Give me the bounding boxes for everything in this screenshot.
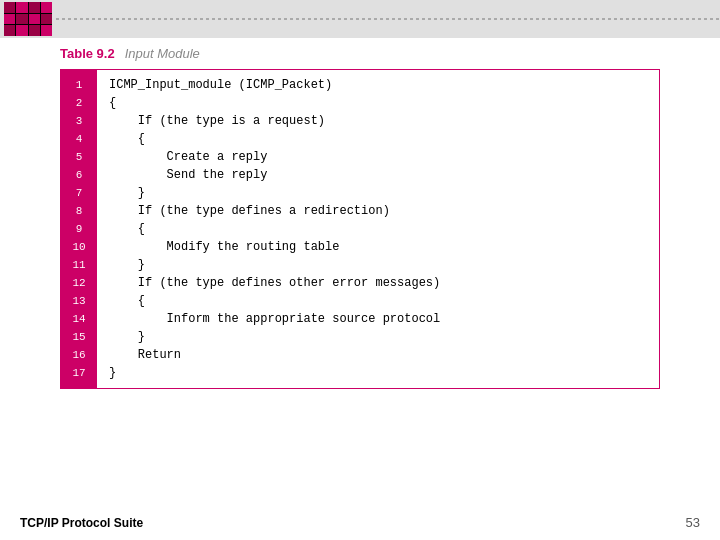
top-bar xyxy=(0,0,720,38)
footer-page-number: 53 xyxy=(686,515,700,530)
logo-cell xyxy=(41,25,52,36)
code-line: } xyxy=(109,328,647,346)
logo-cell xyxy=(29,2,40,13)
logo-cell xyxy=(16,25,27,36)
line-number: 11 xyxy=(65,256,93,274)
logo-cell xyxy=(29,14,40,25)
logo-cell xyxy=(4,14,15,25)
line-numbers: 1234567891011121314151617 xyxy=(61,70,97,388)
main-content: Table 9.2 Input Module 12345678910111213… xyxy=(0,38,720,401)
line-number: 6 xyxy=(65,166,93,184)
line-number: 9 xyxy=(65,220,93,238)
logo xyxy=(4,2,52,36)
table-title: Input Module xyxy=(125,46,200,61)
table-caption: Table 9.2 Input Module xyxy=(60,46,660,61)
code-block: 1234567891011121314151617 ICMP_Input_mod… xyxy=(60,69,660,389)
line-number: 8 xyxy=(65,202,93,220)
line-number: 5 xyxy=(65,148,93,166)
footer: TCP/IP Protocol Suite 53 xyxy=(0,515,720,530)
line-number: 17 xyxy=(65,364,93,382)
code-line: Create a reply xyxy=(109,148,647,166)
code-line: { xyxy=(109,130,647,148)
code-line: ICMP_Input_module (ICMP_Packet) xyxy=(109,76,647,94)
line-number: 15 xyxy=(65,328,93,346)
line-number: 7 xyxy=(65,184,93,202)
code-content: ICMP_Input_module (ICMP_Packet){ If (the… xyxy=(97,70,659,388)
logo-cell xyxy=(16,2,27,13)
line-number: 13 xyxy=(65,292,93,310)
code-line: { xyxy=(109,220,647,238)
line-number: 3 xyxy=(65,112,93,130)
code-line: } xyxy=(109,256,647,274)
code-line: If (the type defines a redirection) xyxy=(109,202,647,220)
footer-title: TCP/IP Protocol Suite xyxy=(20,516,143,530)
top-bar-decoration xyxy=(56,18,720,20)
line-number: 14 xyxy=(65,310,93,328)
line-number: 1 xyxy=(65,76,93,94)
code-line: } xyxy=(109,364,647,382)
line-number: 16 xyxy=(65,346,93,364)
table-label: Table 9.2 xyxy=(60,46,115,61)
code-line: Send the reply xyxy=(109,166,647,184)
logo-cell xyxy=(29,25,40,36)
logo-cell xyxy=(16,14,27,25)
code-line: } xyxy=(109,184,647,202)
line-number: 2 xyxy=(65,94,93,112)
code-line: If (the type is a request) xyxy=(109,112,647,130)
line-number: 4 xyxy=(65,130,93,148)
logo-cell xyxy=(4,2,15,13)
code-line: If (the type defines other error message… xyxy=(109,274,647,292)
code-line: { xyxy=(109,292,647,310)
code-line: Modify the routing table xyxy=(109,238,647,256)
line-number: 12 xyxy=(65,274,93,292)
logo-cell xyxy=(41,14,52,25)
code-line: Inform the appropriate source protocol xyxy=(109,310,647,328)
code-line: Return xyxy=(109,346,647,364)
logo-cell xyxy=(4,25,15,36)
logo-cell xyxy=(41,2,52,13)
line-number: 10 xyxy=(65,238,93,256)
code-line: { xyxy=(109,94,647,112)
